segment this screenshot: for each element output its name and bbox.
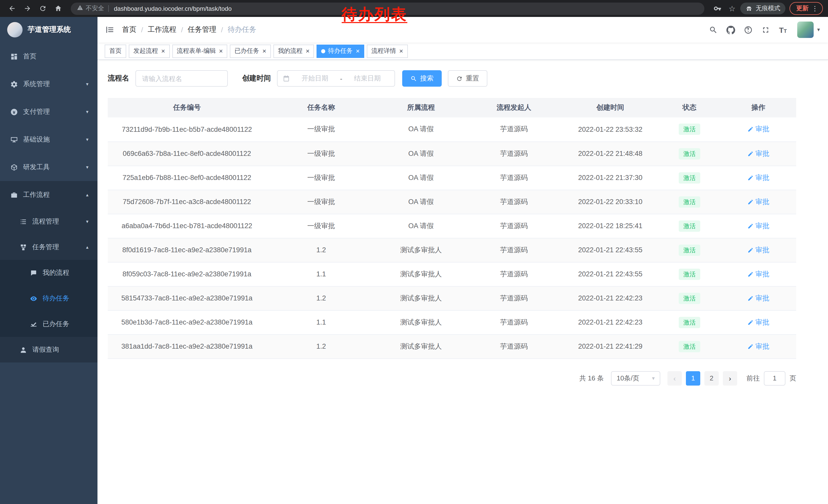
reset-button[interactable]: 重置 [448, 70, 487, 87]
view-tab[interactable]: 发起流程× [129, 44, 170, 58]
close-icon[interactable]: × [161, 48, 165, 54]
eye-icon [30, 294, 37, 302]
sidebar-item-done-task[interactable]: 已办任务 [0, 311, 97, 337]
search-button[interactable]: 搜索 [402, 70, 442, 87]
approve-button[interactable]: 审批 [747, 269, 769, 279]
forward-button[interactable] [20, 2, 34, 15]
approve-button[interactable]: 审批 [747, 221, 769, 230]
sidebar-item-label: 研发工具 [23, 163, 50, 172]
fullscreen-button[interactable] [758, 22, 773, 37]
sidebar-item-my-process[interactable]: 我的流程 [0, 260, 97, 286]
process-cell: 测试多审批人 [376, 310, 466, 334]
approve-button[interactable]: 审批 [747, 125, 769, 134]
approve-button[interactable]: 审批 [747, 173, 769, 182]
process-name-input[interactable] [135, 70, 228, 87]
view-tab[interactable]: 我的流程× [274, 44, 314, 58]
sidebar-toggle-button[interactable] [97, 17, 122, 43]
sidebar-item-label: 工作流程 [23, 190, 50, 199]
approve-label: 审批 [755, 197, 769, 207]
create-time-cell: 2022-01-22 23:53:32 [562, 118, 658, 141]
help-button[interactable] [741, 22, 755, 37]
task-table: 任务编号 任务名称 所属流程 流程发起人 创建时间 状态 操作 73211d9d… [108, 98, 796, 359]
sidebar-item-devtools[interactable]: 研发工具 ▼ [0, 153, 97, 181]
view-tab[interactable]: 已办任务× [230, 44, 271, 58]
view-tab[interactable]: 流程详情× [367, 44, 408, 58]
task-id-cell: 75d72608-7b7f-11ec-a3c8-acde48001122 [108, 190, 266, 214]
approve-button[interactable]: 审批 [747, 318, 769, 327]
create-time-cell: 2022-01-22 18:25:41 [562, 214, 658, 238]
sidebar-item-label: 待办任务 [43, 294, 69, 303]
github-button[interactable] [723, 22, 738, 37]
avatar[interactable] [797, 21, 814, 38]
tab-label: 待办任务 [328, 47, 353, 55]
view-tab[interactable]: 待办任务× [317, 44, 364, 58]
font-size-icon: TT [779, 26, 787, 34]
task-id-cell: 580e1b3d-7ac8-11ec-a9e2-a2380e71991a [108, 310, 266, 334]
close-icon[interactable]: × [399, 48, 403, 54]
actions-cell: 审批 [720, 286, 796, 310]
sidebar-item-task-mgmt[interactable]: 任务管理 ▲ [0, 234, 97, 260]
task-id-cell: 8f059c03-7ac8-11ec-a9e2-a2380e71991a [108, 262, 266, 286]
sidebar-item-workflow[interactable]: 工作流程 ▲ [0, 181, 97, 209]
forward-icon [23, 5, 31, 12]
view-tab[interactable]: 流程表单-编辑× [172, 44, 227, 58]
actions-cell: 审批 [720, 118, 796, 141]
status-badge: 激活 [679, 124, 700, 135]
approve-button[interactable]: 审批 [747, 245, 769, 255]
close-icon[interactable]: × [306, 48, 309, 54]
col-create-time: 创建时间 [562, 98, 658, 118]
search-button[interactable] [706, 22, 720, 37]
prev-page-button[interactable]: ‹ [667, 371, 682, 385]
sidebar-item-infra[interactable]: 基础设施 ▼ [0, 126, 97, 153]
approve-label: 审批 [755, 318, 769, 327]
approve-button[interactable]: 审批 [747, 293, 769, 303]
page-number-button[interactable]: 1 [686, 371, 700, 385]
approve-button[interactable]: 审批 [747, 149, 769, 158]
sidebar-item-todo-task[interactable]: 待办任务 [0, 286, 97, 311]
refresh-button[interactable] [36, 2, 49, 15]
home-button[interactable] [51, 2, 65, 15]
sidebar-item-payment[interactable]: 支付管理 ▼ [0, 98, 97, 126]
actions-cell: 审批 [720, 238, 796, 262]
approve-label: 审批 [755, 269, 769, 279]
breadcrumb-item[interactable]: 任务管理 [188, 25, 216, 34]
close-icon[interactable]: × [219, 48, 223, 54]
breadcrumb-item[interactable]: 首页 [122, 25, 136, 34]
end-date-placeholder[interactable]: 结束日期 [345, 74, 389, 83]
tab-label: 我的流程 [278, 47, 303, 55]
close-icon[interactable]: × [262, 48, 266, 54]
bookmark-star-icon[interactable]: ☆ [726, 4, 738, 13]
process-cell: 测试多审批人 [376, 286, 466, 310]
font-size-button[interactable]: TT [776, 22, 790, 37]
url-text[interactable]: dashboard.yudao.iocoder.cn/bpm/task/todo [114, 5, 232, 12]
breadcrumb-separator: / [181, 26, 183, 34]
view-tab[interactable]: 首页 [105, 44, 126, 58]
approve-button[interactable]: 审批 [747, 197, 769, 207]
sidebar-item-system[interactable]: 系统管理 ▼ [0, 70, 97, 98]
task-name-cell: 一级审批 [266, 141, 376, 166]
date-range-picker[interactable]: 开始日期 - 结束日期 [277, 70, 395, 87]
sidebar-item-process-mgmt[interactable]: 流程管理 ▼ [0, 209, 97, 234]
start-date-placeholder[interactable]: 开始日期 [293, 74, 337, 83]
user-menu[interactable]: ▼ [797, 21, 821, 38]
approve-button[interactable]: 审批 [747, 342, 769, 351]
question-icon [744, 26, 752, 34]
close-icon[interactable]: × [356, 48, 360, 54]
sidebar-item-home[interactable]: 首页 [0, 43, 97, 70]
breadcrumb-item[interactable]: 工作流程 [148, 25, 176, 34]
approve-label: 审批 [755, 149, 769, 158]
next-page-button[interactable]: › [723, 371, 737, 385]
browser-menu-icon[interactable]: ⋮ [812, 5, 818, 12]
page-number-button[interactable]: 2 [704, 371, 719, 385]
security-label[interactable]: 不安全 [86, 4, 104, 13]
col-initiator: 流程发起人 [466, 98, 562, 118]
status-badge: 激活 [679, 220, 700, 231]
password-key-button[interactable] [710, 2, 724, 15]
app-logo[interactable]: 芋道管理系统 [0, 17, 97, 43]
update-button[interactable]: 更新 ⋮ [790, 2, 823, 15]
task-name-cell: 1.1 [266, 262, 376, 286]
page-size-select[interactable]: 10条/页 ▼ [611, 371, 660, 385]
sidebar-item-leave-query[interactable]: 请假查询 [0, 337, 97, 363]
goto-page-input[interactable] [764, 371, 785, 385]
back-button[interactable] [5, 2, 18, 15]
